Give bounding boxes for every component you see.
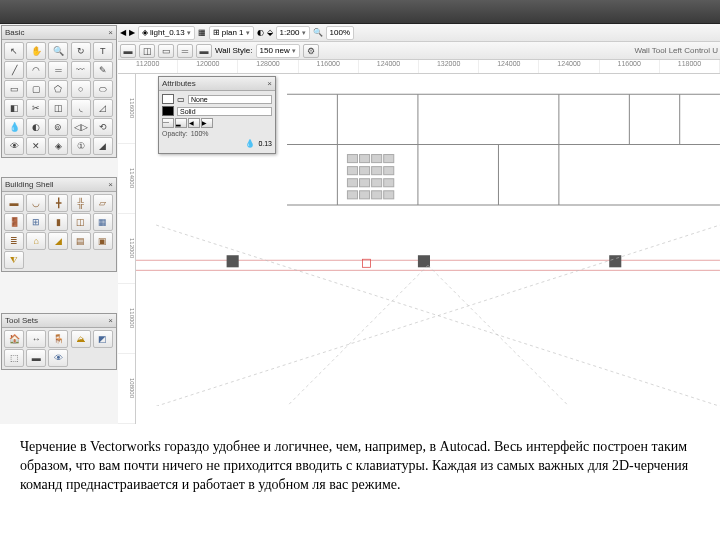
window-tool[interactable]: ⊞ — [26, 213, 46, 231]
marker-end-btn[interactable]: ▶ — [201, 118, 213, 128]
mode-icon-4[interactable]: ═ — [177, 44, 193, 58]
svg-rect-14 — [360, 167, 370, 175]
offset-tool[interactable]: ⊚ — [48, 118, 68, 136]
perspective-icon[interactable]: ⬙ — [267, 28, 273, 37]
svg-rect-20 — [384, 179, 394, 187]
chamfer-tool[interactable]: ◿ — [93, 99, 113, 117]
ruler-tick: 118000 — [660, 60, 720, 73]
view-value: plan 1 — [222, 28, 244, 37]
vertical-ruler: 116000 114000 112000 110000 108000 — [118, 74, 136, 424]
clip-tool[interactable]: ◫ — [48, 99, 68, 117]
zoom-field[interactable]: 100% — [326, 26, 354, 40]
mirror-tool[interactable]: ◁▷ — [71, 118, 91, 136]
drawing-canvas[interactable]: Attributes × ▭ None Solid — [136, 74, 720, 424]
reshape-tool[interactable]: ◧ — [4, 99, 24, 117]
fill-mode-select[interactable]: None — [188, 95, 272, 104]
toolset-visualization[interactable]: 👁 — [48, 349, 68, 367]
planview-icon[interactable]: ▦ — [198, 28, 206, 37]
ruler-tick: 116000 — [600, 60, 660, 73]
number-stamp-tool[interactable]: ① — [71, 137, 91, 155]
roof-tool[interactable]: ⌂ — [26, 232, 46, 250]
mode-icon-5[interactable]: ▬ — [196, 44, 212, 58]
fill-swatch[interactable] — [162, 94, 174, 104]
double-line-tool[interactable]: ═ — [48, 61, 68, 79]
round-wall-tool[interactable]: ◡ — [26, 194, 46, 212]
symbol-tool[interactable]: ◈ — [48, 137, 68, 155]
close-icon[interactable]: × — [108, 316, 113, 325]
toolset-detailing[interactable]: ◩ — [93, 330, 113, 348]
wall-join-tool[interactable]: ╋ — [48, 194, 68, 212]
framing-tool[interactable]: ▤ — [71, 232, 91, 250]
eyedropper-tool[interactable]: 💧 — [4, 118, 24, 136]
toolset-site[interactable]: ⛰ — [71, 330, 91, 348]
line-mode-select[interactable]: Solid — [177, 107, 272, 116]
pilaster-tool[interactable]: ◫ — [71, 213, 91, 231]
polygon-tool[interactable]: ⬠ — [48, 80, 68, 98]
zoom-out-icon[interactable]: 🔍 — [313, 28, 323, 37]
text-tool[interactable]: T — [93, 42, 113, 60]
stair-tool[interactable]: ≣ — [4, 232, 24, 250]
zoom-tool[interactable]: 🔍 — [48, 42, 68, 60]
rotate-tool[interactable]: ⟲ — [93, 118, 113, 136]
selection-tool[interactable]: ↖ — [4, 42, 24, 60]
wall-style-dropdown[interactable]: 150 new ▾ — [256, 44, 300, 58]
circle-tool[interactable]: ○ — [71, 80, 91, 98]
window-wall-tool[interactable]: ▦ — [93, 213, 113, 231]
roof-face-tool[interactable]: ◢ — [48, 232, 68, 250]
nav-back-icon[interactable]: ◀ — [120, 28, 126, 37]
freehand-tool[interactable]: ✎ — [93, 61, 113, 79]
line-weight-btn[interactable]: ▂ — [175, 118, 187, 128]
attributes-header[interactable]: Attributes × — [159, 77, 275, 91]
rounded-rect-tool[interactable]: ▢ — [26, 80, 46, 98]
scale-dropdown[interactable]: 1:200 ▾ — [276, 26, 310, 40]
callout-tool[interactable]: ◢ — [93, 137, 113, 155]
view-dropdown[interactable]: ⊞ plan 1 ▾ — [209, 26, 254, 40]
fillet-tool[interactable]: ◟ — [71, 99, 91, 117]
attribute-mapping-tool[interactable]: ◐ — [26, 118, 46, 136]
pan-tool[interactable]: ✋ — [26, 42, 46, 60]
layer-dropdown[interactable]: ◈ light_0.13 ▾ — [138, 26, 195, 40]
wall-tool[interactable]: ▬ — [4, 194, 24, 212]
close-icon[interactable]: × — [108, 28, 113, 37]
polyline-tool[interactable]: 〰 — [71, 61, 91, 79]
door-tool[interactable]: 🚪 — [4, 213, 24, 231]
close-icon[interactable]: × — [108, 180, 113, 189]
toolset-walls[interactable]: ▬ — [26, 349, 46, 367]
mode-icon-3[interactable]: ▭ — [158, 44, 174, 58]
mode-icon-1[interactable]: ▬ — [120, 44, 136, 58]
nav-fwd-icon[interactable]: ▶ — [129, 28, 135, 37]
locus-tool[interactable]: ✕ — [26, 137, 46, 155]
line-tool[interactable]: ╱ — [4, 61, 24, 79]
toolset-furniture[interactable]: 🪑 — [48, 330, 68, 348]
arc-tool[interactable]: ◠ — [26, 61, 46, 79]
split-tool[interactable]: ✂ — [26, 99, 46, 117]
rectangle-tool[interactable]: ▭ — [4, 80, 24, 98]
slab-tool[interactable]: ▱ — [93, 194, 113, 212]
left-palette-column: Basic × ↖ ✋ 🔍 ↻ T ╱ ◠ ═ 〰 ✎ ▭ ▢ ⬠ ○ ⬭ ◧ … — [0, 24, 118, 424]
close-icon[interactable]: × — [267, 79, 272, 88]
layer-value: light_0.13 — [150, 28, 185, 37]
toolset-dims[interactable]: ↔ — [26, 330, 46, 348]
ellipse-tool[interactable]: ⬭ — [93, 80, 113, 98]
line-style-btn[interactable]: — — [162, 118, 174, 128]
component-join-tool[interactable]: ╬ — [71, 194, 91, 212]
flyover-tool[interactable]: ↻ — [71, 42, 91, 60]
building-shell-header[interactable]: Building Shell × — [2, 178, 116, 192]
mode-icon-2[interactable]: ◫ — [139, 44, 155, 58]
fill-icon[interactable]: ▭ — [177, 95, 185, 104]
escalator-tool[interactable]: ⧨ — [4, 251, 24, 269]
tool-sets-header[interactable]: Tool Sets × — [2, 314, 116, 328]
eyedropper-icon[interactable]: 💧 — [245, 139, 255, 148]
prefs-icon[interactable]: ⚙ — [303, 44, 319, 58]
svg-rect-12 — [384, 155, 394, 163]
basic-palette-title: Basic — [5, 28, 25, 37]
basic-palette-header[interactable]: Basic × — [2, 26, 116, 40]
render-icon[interactable]: ◐ — [257, 28, 264, 37]
marker-start-btn[interactable]: ◀ — [188, 118, 200, 128]
column-tool[interactable]: ▮ — [48, 213, 68, 231]
toolset-3d[interactable]: ⬚ — [4, 349, 24, 367]
pen-swatch[interactable] — [162, 106, 174, 116]
visibility-tool[interactable]: 👁 — [4, 137, 24, 155]
space-tool[interactable]: ▣ — [93, 232, 113, 250]
toolset-building-shell[interactable]: 🏠 — [4, 330, 24, 348]
